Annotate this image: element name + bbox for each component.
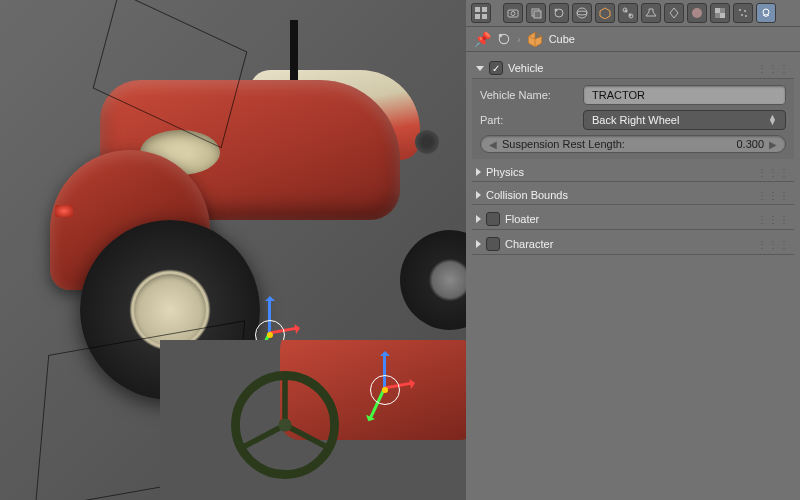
svg-rect-12 xyxy=(534,11,541,18)
svg-point-25 xyxy=(741,14,743,16)
svg-rect-7 xyxy=(475,14,480,19)
constraints-tab-icon[interactable] xyxy=(618,3,638,23)
slider-decrease-icon[interactable]: ◀ xyxy=(487,139,499,150)
dropdown-arrows-icon: ▲▼ xyxy=(768,115,777,125)
steering-wheel xyxy=(230,370,340,480)
suspension-label: Suspension Rest Length: xyxy=(499,138,736,150)
material-tab-icon[interactable] xyxy=(687,3,707,23)
svg-rect-21 xyxy=(715,8,720,13)
svg-point-16 xyxy=(577,11,587,15)
chevron-right-icon: › xyxy=(517,33,521,45)
vehicle-enable-checkbox[interactable] xyxy=(489,61,503,75)
particles-tab-icon[interactable] xyxy=(733,3,753,23)
expand-icon xyxy=(476,168,481,176)
data-tab-icon[interactable] xyxy=(664,3,684,23)
svg-rect-22 xyxy=(720,13,725,18)
svg-point-14 xyxy=(555,9,558,12)
properties-panel: 📌 › Cube Vehicle ⋮⋮⋮ Vehicle Name: xyxy=(466,0,800,500)
pin-icon[interactable]: 📌 xyxy=(474,31,491,47)
svg-line-3 xyxy=(243,425,285,447)
part-dropdown[interactable]: Back Right Wheel ▲▼ xyxy=(583,110,786,130)
properties-header xyxy=(466,0,800,27)
svg-point-19 xyxy=(692,8,702,18)
vehicle-name-label: Vehicle Name: xyxy=(480,89,575,101)
svg-rect-8 xyxy=(482,14,487,19)
vehicle-panel-body: Vehicle Name: Part: Back Right Wheel ▲▼ … xyxy=(472,79,794,159)
expand-icon xyxy=(476,215,481,223)
svg-point-27 xyxy=(763,9,769,15)
floater-enable-checkbox[interactable] xyxy=(486,212,500,226)
object-tab-icon[interactable] xyxy=(595,3,615,23)
grip-icon[interactable]: ⋮⋮⋮ xyxy=(757,167,790,178)
scene-icon xyxy=(497,32,511,46)
character-enable-checkbox[interactable] xyxy=(486,237,500,251)
svg-point-29 xyxy=(499,34,503,38)
cube-icon xyxy=(527,31,543,47)
svg-point-4 xyxy=(278,418,291,431)
render-tab-icon[interactable] xyxy=(503,3,523,23)
vehicle-panel: Vehicle ⋮⋮⋮ Vehicle Name: Part: Back Rig… xyxy=(472,58,794,159)
svg-point-26 xyxy=(745,15,747,17)
grip-icon[interactable]: ⋮⋮⋮ xyxy=(757,190,790,201)
panel-title: Character xyxy=(505,238,752,250)
character-panel-header[interactable]: Character ⋮⋮⋮ xyxy=(472,234,794,255)
object-name-label: Cube xyxy=(549,33,575,45)
floater-panel: Floater ⋮⋮⋮ xyxy=(472,209,794,230)
panel-title: Floater xyxy=(505,213,752,225)
physics-panel-header[interactable]: Physics ⋮⋮⋮ xyxy=(472,163,794,182)
context-breadcrumb: 📌 › Cube xyxy=(466,27,800,52)
part-label: Part: xyxy=(480,114,575,126)
expand-icon xyxy=(476,240,481,248)
editor-type-icon[interactable] xyxy=(471,3,491,23)
svg-point-24 xyxy=(744,10,746,12)
grip-icon[interactable]: ⋮⋮⋮ xyxy=(757,63,790,74)
svg-point-10 xyxy=(511,12,515,16)
suspension-value: 0.300 xyxy=(736,138,767,150)
panel-title: Vehicle xyxy=(508,62,752,74)
physics-tab-icon[interactable] xyxy=(756,3,776,23)
grip-icon[interactable]: ⋮⋮⋮ xyxy=(757,214,790,225)
panel-title: Physics xyxy=(486,166,752,178)
texture-tab-icon[interactable] xyxy=(710,3,730,23)
floater-panel-header[interactable]: Floater ⋮⋮⋮ xyxy=(472,209,794,230)
collision-panel-header[interactable]: Collision Bounds ⋮⋮⋮ xyxy=(472,186,794,205)
svg-point-15 xyxy=(577,8,587,18)
vehicle-name-input[interactable] xyxy=(583,85,786,105)
slider-increase-icon[interactable]: ▶ xyxy=(767,139,779,150)
modifiers-tab-icon[interactable] xyxy=(641,3,661,23)
svg-point-23 xyxy=(739,9,741,11)
physics-panel: Physics ⋮⋮⋮ xyxy=(472,163,794,182)
viewport-3d[interactable] xyxy=(0,0,466,500)
viewport-inset xyxy=(160,340,466,500)
vehicle-panel-header[interactable]: Vehicle ⋮⋮⋮ xyxy=(472,58,794,79)
grip-icon[interactable]: ⋮⋮⋮ xyxy=(757,239,790,250)
suspension-slider[interactable]: ◀ Suspension Rest Length: 0.300 ▶ xyxy=(480,135,786,153)
character-panel: Character ⋮⋮⋮ xyxy=(472,234,794,255)
scene-tab-icon[interactable] xyxy=(549,3,569,23)
svg-rect-6 xyxy=(482,7,487,12)
expand-icon xyxy=(476,191,481,199)
world-tab-icon[interactable] xyxy=(572,3,592,23)
svg-rect-5 xyxy=(475,7,480,12)
render-layers-tab-icon[interactable] xyxy=(526,3,546,23)
expand-icon xyxy=(476,66,484,71)
panel-title: Collision Bounds xyxy=(486,189,752,201)
part-value: Back Right Wheel xyxy=(592,114,679,126)
collision-panel: Collision Bounds ⋮⋮⋮ xyxy=(472,186,794,205)
svg-line-2 xyxy=(285,425,327,447)
